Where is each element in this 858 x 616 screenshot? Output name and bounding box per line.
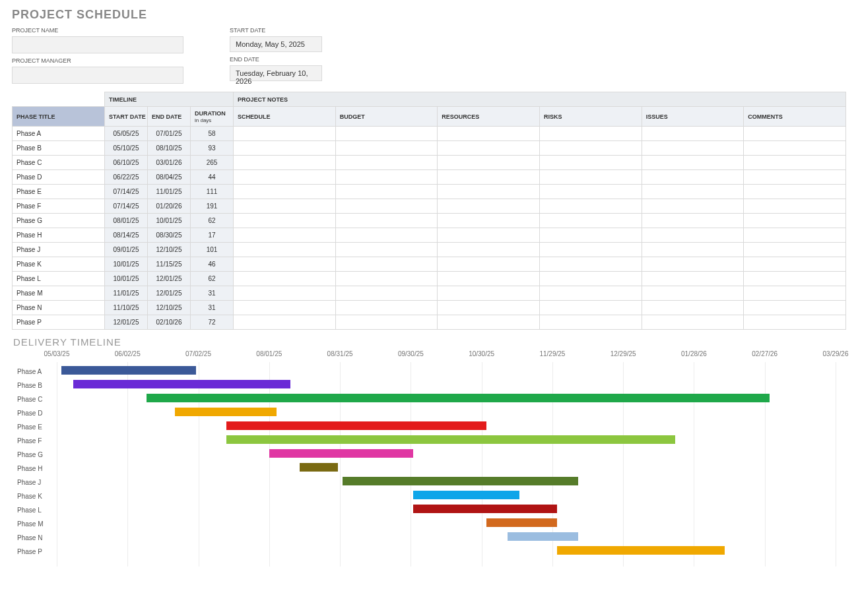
note-cell[interactable] [744,141,846,156]
phase-name-cell[interactable]: Phase J [13,243,105,257]
phase-dur-cell[interactable]: 191 [191,199,234,214]
phase-dur-cell[interactable]: 46 [191,257,234,272]
note-cell[interactable] [642,170,744,185]
phase-end-cell[interactable]: 07/01/25 [148,127,191,141]
note-cell[interactable] [335,243,438,257]
note-cell[interactable] [438,141,540,156]
note-cell[interactable] [438,170,540,185]
phase-start-cell[interactable]: 06/22/25 [105,170,148,185]
note-cell[interactable] [642,127,744,141]
note-cell[interactable] [335,272,438,286]
note-cell[interactable] [335,228,438,243]
phase-end-cell[interactable]: 10/01/25 [148,214,191,228]
note-cell[interactable] [539,141,642,156]
note-cell[interactable] [438,127,540,141]
note-cell[interactable] [438,185,540,199]
note-cell[interactable] [539,243,642,257]
phase-start-cell[interactable]: 11/10/25 [105,301,148,315]
phase-name-cell[interactable]: Phase K [13,257,105,272]
note-cell[interactable] [234,185,336,199]
note-cell[interactable] [335,199,438,214]
project-manager-field[interactable] [12,67,183,84]
phase-start-cell[interactable]: 09/01/25 [105,243,148,257]
note-cell[interactable] [335,315,438,330]
note-cell[interactable] [744,315,846,330]
phase-start-cell[interactable]: 07/14/25 [105,185,148,199]
note-cell[interactable] [438,301,540,315]
phase-start-cell[interactable]: 11/01/25 [105,286,148,301]
phase-name-cell[interactable]: Phase M [13,286,105,301]
note-cell[interactable] [438,228,540,243]
phase-dur-cell[interactable]: 93 [191,141,234,156]
phase-end-cell[interactable]: 08/04/25 [148,170,191,185]
note-cell[interactable] [539,170,642,185]
note-cell[interactable] [539,228,642,243]
note-cell[interactable] [335,185,438,199]
note-cell[interactable] [234,127,336,141]
note-cell[interactable] [438,199,540,214]
note-cell[interactable] [438,156,540,170]
note-cell[interactable] [234,214,336,228]
note-cell[interactable] [744,170,846,185]
phase-dur-cell[interactable]: 31 [191,286,234,301]
note-cell[interactable] [438,286,540,301]
phase-end-cell[interactable]: 02/10/26 [148,315,191,330]
phase-dur-cell[interactable]: 72 [191,315,234,330]
phase-end-cell[interactable]: 12/01/25 [148,272,191,286]
phase-name-cell[interactable]: Phase P [13,315,105,330]
phase-name-cell[interactable]: Phase E [13,185,105,199]
phase-end-cell[interactable]: 12/10/25 [148,243,191,257]
note-cell[interactable] [642,272,744,286]
phase-end-cell[interactable]: 12/10/25 [148,301,191,315]
note-cell[interactable] [438,214,540,228]
phase-start-cell[interactable]: 10/01/25 [105,272,148,286]
phase-dur-cell[interactable]: 44 [191,170,234,185]
phase-end-cell[interactable]: 08/30/25 [148,228,191,243]
phase-dur-cell[interactable]: 31 [191,301,234,315]
phase-start-cell[interactable]: 06/10/25 [105,156,148,170]
note-cell[interactable] [642,315,744,330]
note-cell[interactable] [744,127,846,141]
phase-start-cell[interactable]: 05/05/25 [105,127,148,141]
note-cell[interactable] [642,301,744,315]
phase-end-cell[interactable]: 01/20/26 [148,199,191,214]
note-cell[interactable] [234,170,336,185]
phase-name-cell[interactable]: Phase G [13,214,105,228]
phase-end-cell[interactable]: 11/15/25 [148,257,191,272]
note-cell[interactable] [234,257,336,272]
note-cell[interactable] [642,156,744,170]
note-cell[interactable] [438,257,540,272]
note-cell[interactable] [539,214,642,228]
end-date-field[interactable]: Tuesday, February 10, 2026 [230,65,322,81]
note-cell[interactable] [438,243,540,257]
start-date-field[interactable]: Monday, May 5, 2025 [230,36,322,52]
note-cell[interactable] [335,156,438,170]
note-cell[interactable] [539,286,642,301]
note-cell[interactable] [335,214,438,228]
phase-name-cell[interactable]: Phase L [13,272,105,286]
note-cell[interactable] [234,286,336,301]
phase-dur-cell[interactable]: 265 [191,156,234,170]
note-cell[interactable] [234,315,336,330]
note-cell[interactable] [335,141,438,156]
phase-name-cell[interactable]: Phase F [13,199,105,214]
note-cell[interactable] [438,315,540,330]
note-cell[interactable] [234,141,336,156]
phase-dur-cell[interactable]: 62 [191,214,234,228]
phase-end-cell[interactable]: 03/01/26 [148,156,191,170]
note-cell[interactable] [642,199,744,214]
phase-dur-cell[interactable]: 58 [191,127,234,141]
note-cell[interactable] [335,301,438,315]
note-cell[interactable] [234,199,336,214]
phase-name-cell[interactable]: Phase H [13,228,105,243]
note-cell[interactable] [744,199,846,214]
project-name-field[interactable] [12,36,183,53]
phase-start-cell[interactable]: 08/14/25 [105,228,148,243]
note-cell[interactable] [539,257,642,272]
note-cell[interactable] [539,301,642,315]
note-cell[interactable] [234,301,336,315]
note-cell[interactable] [642,286,744,301]
phase-name-cell[interactable]: Phase N [13,301,105,315]
note-cell[interactable] [744,156,846,170]
note-cell[interactable] [744,286,846,301]
